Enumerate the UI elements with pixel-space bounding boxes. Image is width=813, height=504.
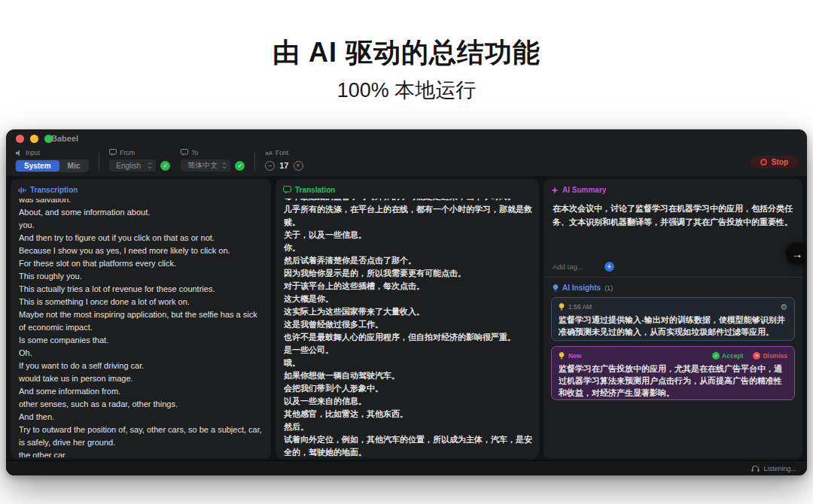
- next-panel-button[interactable]: →: [786, 242, 807, 265]
- translation-line: 哦。: [284, 357, 532, 369]
- translation-line: 对于该平台上的这些插槽，每次点击。: [284, 280, 532, 293]
- transcription-icon: [18, 187, 26, 194]
- close-button[interactable]: [16, 135, 24, 143]
- new-badge: New: [568, 352, 581, 360]
- transcript-line: About, and some information about.: [19, 206, 264, 219]
- input-group: Input System Mic: [15, 149, 89, 172]
- summary-divider: [544, 277, 802, 278]
- from-language-select[interactable]: English: [109, 159, 156, 172]
- transcript-line: other senses, such as a radar, other thi…: [19, 398, 264, 411]
- translation-line: 试着向外定位，例如，其他汽车的位置，所以成为主体，汽车，是安全的，驾驶她的地面。: [284, 433, 532, 457]
- input-option-mic[interactable]: Mic: [59, 160, 89, 172]
- translation-scroll-area[interactable]: 每个最隐藏的监督学习与外界的学习能建定起来，当个小时间。几乎所有的洗涤，在平台上…: [284, 199, 532, 457]
- toolbar: Input System Mic From English ✓: [6, 147, 807, 176]
- window-title: Babeel: [51, 134, 78, 143]
- translation-line: 这是我曾经做过很多工作。: [284, 318, 532, 331]
- from-ready-check-icon: ✓: [160, 161, 170, 171]
- translation-line: 会把我们带到个人形象中。: [284, 382, 532, 395]
- dismiss-button[interactable]: ✕ Dismiss: [753, 352, 787, 360]
- from-label: From: [120, 149, 135, 156]
- add-tag-button[interactable]: +: [604, 262, 614, 272]
- transcript-line: And then.: [19, 411, 264, 424]
- transcript-line: Maybe not the most inspiring application…: [19, 308, 264, 334]
- listening-icon: [751, 465, 760, 472]
- transcript-line: Oh.: [19, 347, 264, 360]
- chevron-up-down-icon: [222, 162, 227, 169]
- from-group: From English ✓: [109, 149, 170, 172]
- font-decrease-button[interactable]: −: [265, 161, 275, 171]
- to-label: To: [191, 149, 198, 156]
- main-content: Transcription was salvation.About, and s…: [6, 176, 807, 460]
- translation-line: 几乎所有的洗涤，在平台上的在线，都有一个小时的学习，那就是救赎。: [284, 203, 532, 229]
- ai-summary-icon: [551, 187, 559, 194]
- chevron-up-down-icon: [148, 162, 152, 169]
- input-label: Input: [26, 149, 40, 156]
- transcript-line: This actually tries a lot of revenue for…: [19, 283, 264, 296]
- insight-text: 监督学习通过提供输入-输出对的训练数据，使模型能够识别并准确预测未见过的输入，从…: [559, 314, 787, 338]
- stop-button[interactable]: Stop: [751, 156, 798, 169]
- font-size-icon: aA: [265, 150, 273, 156]
- translation-line: 你。: [284, 241, 532, 254]
- summary-text: 在本次会议中，讨论了监督学习在机器学习中的应用，包括分类任务、文本识别和机器翻译…: [553, 202, 793, 229]
- accept-button[interactable]: ✓ Accept: [712, 352, 743, 360]
- translation-line: 这大概是你。: [284, 293, 532, 305]
- ai-summary-title: AI Summary: [562, 186, 606, 194]
- lightbulb-icon: [553, 284, 559, 292]
- insight-text: 监督学习在广告投放中的应用，尤其是在在线广告平台中，通过机器学习算法来预测用户点…: [559, 363, 787, 399]
- translation-line: 也许不是最鼓舞人心的应用程序，但自拍对经济的影响很严重。: [284, 331, 532, 344]
- to-group: To 简体中文 ✓: [181, 149, 245, 172]
- minimize-button[interactable]: [30, 135, 38, 143]
- translation-line: 其他感官，比如雷达，其他东西。: [284, 408, 532, 421]
- transcript-line: the other car.: [19, 449, 264, 457]
- ai-summary-panel: AI Summary 在本次会议中，讨论了监督学习在机器学习中的应用，包括分类任…: [544, 179, 802, 459]
- app-window: Babeel Input System Mic From E: [6, 129, 807, 475]
- translation-line: 如果你想做一辆自动驾驶汽车。: [284, 369, 532, 382]
- gear-icon[interactable]: ⚙: [780, 303, 787, 311]
- translation-line: 然后。: [284, 421, 532, 433]
- to-language-select[interactable]: 简体中文: [181, 159, 230, 172]
- dismiss-cross-icon: ✕: [753, 352, 760, 360]
- translation-panel: Translation 每个最隐藏的监督学习与外界的学习能建定起来，当个小时间。…: [276, 179, 539, 459]
- translation-icon: [283, 186, 291, 194]
- transcript-line: This roughly you.: [19, 270, 264, 283]
- font-group: aA Font − 17 +: [265, 149, 303, 172]
- listening-status: Listening...: [763, 465, 796, 472]
- to-ready-check-icon: ✓: [235, 161, 245, 171]
- page-title: 由 AI 驱动的总结功能: [0, 35, 813, 71]
- translate-bubble-icon: [181, 149, 188, 156]
- input-option-system[interactable]: System: [16, 160, 59, 172]
- translation-line: 然后试着弄清楚你是否点击了那个。: [284, 254, 532, 267]
- translation-line: 这实际上为这些国家带来了大量收入。: [284, 305, 532, 318]
- translation-line: 关于，以及一些信息。: [284, 229, 532, 241]
- transcript-line: Try to outward the position of, say, oth…: [19, 424, 264, 449]
- transcription-scroll-area[interactable]: was salvation.About, and some informatio…: [19, 199, 264, 457]
- page-subtitle: 100% 本地运行: [0, 77, 813, 104]
- insight-card: 1:56 AM ⚙ 监督学习通过提供输入-输出对的训练数据，使模型能够识别并准确…: [551, 297, 795, 341]
- font-size-value: 17: [279, 161, 288, 170]
- lightbulb-icon: [559, 303, 565, 311]
- translation-title: Translation: [295, 186, 335, 194]
- transcript-line: was salvation.: [19, 199, 264, 206]
- font-increase-button[interactable]: +: [294, 161, 303, 171]
- translation-line: 是一些公司。: [284, 344, 532, 357]
- translation-line: 以及一些来自的信息。: [284, 395, 532, 408]
- input-segmented-control: System Mic: [15, 159, 89, 172]
- arrow-right-icon: →: [792, 247, 803, 260]
- insight-timestamp: 1:56 AM: [568, 303, 592, 311]
- titlebar: Babeel: [6, 129, 807, 147]
- translate-bubble-icon: [109, 149, 117, 156]
- transcription-title: Transcription: [30, 186, 78, 194]
- font-label: Font: [276, 149, 288, 156]
- lightbulb-icon: [559, 352, 565, 360]
- transcript-line: would take us in person image.: [19, 372, 264, 385]
- translation-line: 因为我给你显示是的，所以我需要更有可能点击。: [284, 267, 532, 280]
- transcript-line: This is something I once done a lot of w…: [19, 296, 264, 308]
- speaker-icon: [15, 150, 23, 156]
- status-bar: Listening...: [6, 460, 807, 475]
- accept-check-icon: ✓: [712, 352, 720, 360]
- transcript-line: And some information from.: [19, 385, 264, 398]
- toolbar-divider: [99, 153, 99, 171]
- ai-insights-title: AI Insights: [562, 284, 601, 292]
- insight-card-new: New ✓ Accept ✕ Dismiss 监督学习在广告投放中的应用，尤其是…: [551, 346, 795, 400]
- add-tag-input[interactable]: Add tag...: [553, 263, 583, 271]
